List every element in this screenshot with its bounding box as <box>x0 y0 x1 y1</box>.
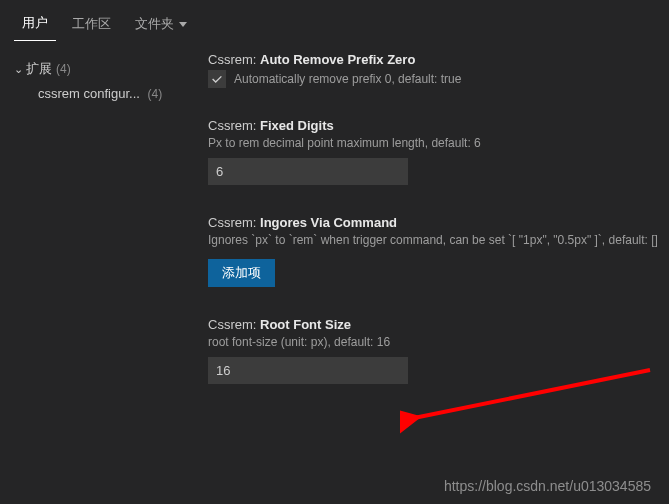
setting-description: Automatically remove prefix 0, default: … <box>234 72 461 86</box>
setting-description: Px to rem decimal point maximum length, … <box>208 136 669 150</box>
fixed-digits-input[interactable] <box>208 158 408 185</box>
setting-title: Cssrem: Fixed Digits <box>208 118 669 133</box>
tab-user[interactable]: 用户 <box>14 8 56 41</box>
sidebar-item-count: (4) <box>148 87 163 101</box>
setting-title: Cssrem: Auto Remove Prefix Zero <box>208 52 669 67</box>
setting-title: Cssrem: Root Font Size <box>208 317 669 332</box>
setting-auto-remove-prefix-zero: Cssrem: Auto Remove Prefix Zero Automati… <box>208 52 669 88</box>
setting-root-font-size: Cssrem: Root Font Size root font-size (u… <box>208 317 669 384</box>
setting-description: root font-size (unit: px), default: 16 <box>208 335 669 349</box>
tab-folder[interactable]: 文件夹 <box>127 9 195 41</box>
add-item-button[interactable]: 添加项 <box>208 259 275 287</box>
tab-workspace[interactable]: 工作区 <box>64 9 119 41</box>
sidebar-group-count: (4) <box>56 62 71 76</box>
root-font-size-input[interactable] <box>208 357 408 384</box>
setting-ignores-via-command: Cssrem: Ingores Via Command Ignores `px`… <box>208 215 669 287</box>
chevron-down-icon: ⌄ <box>14 63 26 76</box>
setting-fixed-digits: Cssrem: Fixed Digits Px to rem decimal p… <box>208 118 669 185</box>
setting-title: Cssrem: Ingores Via Command <box>208 215 669 230</box>
checkbox-auto-remove[interactable] <box>208 70 226 88</box>
settings-sidebar: ⌄ 扩展 (4) cssrem configur... (4) <box>0 42 200 504</box>
check-icon <box>210 72 224 86</box>
sidebar-group-extensions[interactable]: ⌄ 扩展 (4) <box>10 58 190 80</box>
sidebar-item-cssrem[interactable]: cssrem configur... (4) <box>10 80 190 105</box>
watermark-text: https://blog.csdn.net/u013034585 <box>444 478 651 494</box>
settings-content: Cssrem: Auto Remove Prefix Zero Automati… <box>200 42 669 504</box>
setting-description: Ignores `px` to `rem` when trigger comma… <box>208 233 669 247</box>
sidebar-group-label: 扩展 <box>26 60 52 78</box>
settings-scope-tabs: 用户 工作区 文件夹 <box>0 0 669 42</box>
sidebar-item-label: cssrem configur... <box>38 86 140 101</box>
